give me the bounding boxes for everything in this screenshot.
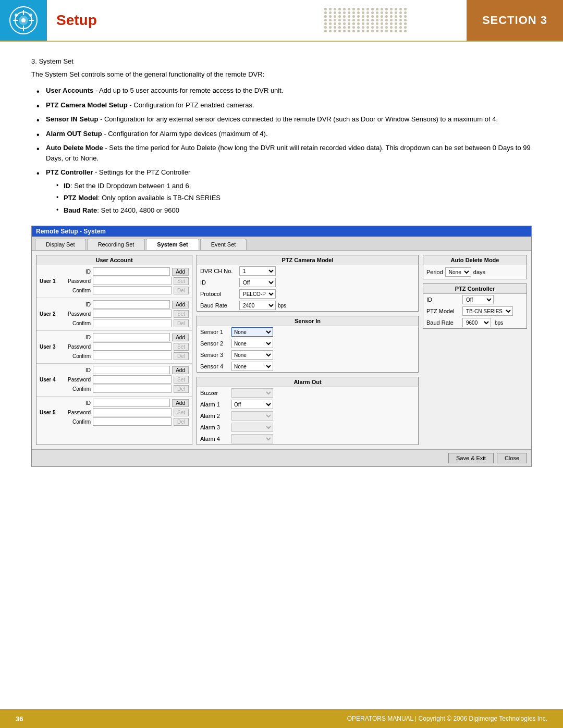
user-3-confirm-input[interactable] [93,352,172,360]
user-1-set-btn[interactable]: Set [174,277,189,285]
decorative-dot [371,8,374,10]
decorative-dot [334,26,336,29]
sensor-2-row: Sensor 2 None [197,338,418,349]
ptz-controller-section: PTZ Controller ID Off PTZ Model TB-CN SE… [423,283,527,329]
user-5-del-btn[interactable]: Del [174,418,189,426]
user-3-id-input[interactable] [93,333,170,341]
user-2-pw-row: User 2 Password Set [40,310,189,318]
alarm-2-select[interactable] [231,411,273,421]
ptz-ctrl-id-select[interactable]: Off [462,295,494,304]
decorative-dot [385,8,388,10]
user-2-del-btn[interactable]: Del [174,319,189,327]
user-4-id-input[interactable] [93,366,170,374]
protocol-row: Protocol PELCO-P [197,288,418,300]
sensor-3-select[interactable]: None [231,350,273,360]
decorative-dot [366,30,369,32]
user-2-confirm-row: Confirm Del [40,319,189,327]
user-2-confirm-input[interactable] [93,319,172,327]
user-5-id-input[interactable] [93,399,170,407]
dvr-ch-label: DVR CH No. [200,268,239,274]
tab-recording-set[interactable]: Recording Set [87,239,145,250]
alarm-3-select[interactable] [231,423,273,432]
user-4-pw-input[interactable] [93,375,172,384]
decorative-dot [366,8,369,10]
user-1-num-label: User 1 [40,278,59,284]
days-unit: days [473,269,485,275]
user-1-add-btn[interactable]: Add [172,268,189,276]
user-5-add-btn[interactable]: Add [172,399,189,407]
user-1-pw-row: User 1 Password Set [40,277,189,285]
user-5-set-btn[interactable]: Set [174,409,189,416]
user-4-add-btn[interactable]: Add [172,366,189,374]
save-exit-button[interactable]: Save & Exit [448,453,494,463]
close-button[interactable]: Close [497,453,527,463]
buzzer-select[interactable] [231,388,273,398]
ptz-id-select[interactable]: Off [239,278,276,287]
decorative-dot [371,30,374,32]
user-1-del-btn[interactable]: Del [174,287,189,294]
decorative-dot [399,22,402,25]
user-4-set-btn[interactable]: Set [174,376,189,384]
ptz-model-select[interactable]: TB-CN SERIES [462,306,513,316]
bullet-ptz-camera: PTZ Camera Model Setup - Configuration f… [36,100,532,110]
user-2-pw-input[interactable] [93,310,172,318]
svg-point-8 [15,14,18,17]
logo-area [0,0,47,41]
user-5-confirm-input[interactable] [93,417,172,426]
decorative-dot [399,11,402,14]
user-3-id-row: ID Add [40,333,189,341]
sensor-4-select[interactable]: None [231,362,273,371]
alarm-1-label: Alarm 1 [200,401,231,408]
decorative-dot [338,22,341,25]
user-2-add-btn[interactable]: Add [172,301,189,309]
decorative-dot [381,26,383,29]
sensor-2-select[interactable]: None [231,339,273,348]
user-3-add-btn[interactable]: Add [172,334,189,341]
ptz-baud-select[interactable]: 9600 4800 2400 [462,318,491,327]
user-3-del-btn[interactable]: Del [174,352,189,360]
decorative-dot [334,15,336,18]
user-2-group: ID Add User 2 Password Set Confirm [36,298,192,331]
user-2-pw-label: Password [59,311,91,317]
user-1-pw-input[interactable] [93,277,172,285]
decorative-dot [348,8,350,10]
user-2-id-input[interactable] [93,300,170,309]
page-header: Setup SECTION 3 [0,0,563,42]
ptz-baud-unit: bps [495,320,503,326]
decorative-dot [357,8,360,10]
user-4-pw-label: Password [59,377,91,382]
baud-rate-select[interactable]: 2400 4800 9600 [239,301,276,310]
alarm-1-select[interactable]: Off [231,400,273,409]
decorative-dot [404,19,407,21]
user-1-confirm-input[interactable] [93,286,172,294]
tab-event-set[interactable]: Event Set [200,239,247,250]
decorative-dot [376,8,378,10]
user-3-id-label: ID [59,335,91,340]
user-2-set-btn[interactable]: Set [174,310,189,318]
user-5-pw-input[interactable] [93,408,172,416]
dvr-ch-select[interactable]: 1 [239,266,276,276]
user-3-pw-input[interactable] [93,342,172,351]
decorative-dot [348,30,350,32]
decorative-dot [362,22,364,25]
decorative-dot [371,15,374,18]
user-1-id-input[interactable] [93,267,170,276]
user-3-confirm-row: Confirm Del [40,352,189,360]
sensor-4-label: Sensor 4 [200,363,231,369]
decorative-dot [357,22,360,25]
user-3-set-btn[interactable]: Set [174,343,189,351]
tab-display-set[interactable]: Display Set [35,239,86,250]
user-4-del-btn[interactable]: Del [174,385,189,393]
user-2-id-label: ID [59,302,91,307]
dvr-logo-icon [9,6,38,35]
protocol-select[interactable]: PELCO-P [239,289,276,299]
auto-delete-select[interactable]: None [445,267,471,277]
alarm-4-select[interactable] [231,434,273,443]
decorative-dot [390,22,393,25]
decorative-dot [343,8,346,10]
sensor-1-label: Sensor 1 [200,329,231,335]
user-4-confirm-input[interactable] [93,385,172,393]
tab-system-set[interactable]: System Set [146,239,199,250]
decorative-dot [376,15,378,18]
sensor-1-select[interactable]: None [231,327,273,337]
